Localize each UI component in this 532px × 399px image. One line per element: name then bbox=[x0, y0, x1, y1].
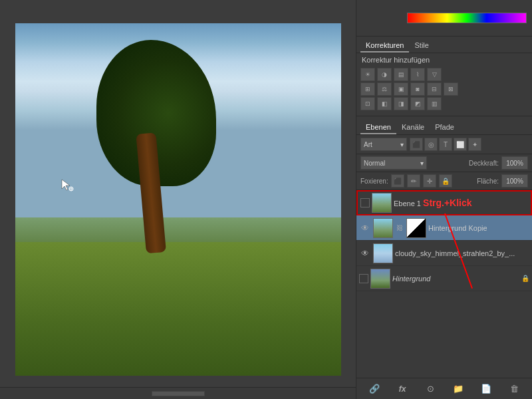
layer-name-hintergrund: Hintergrund bbox=[392, 275, 519, 283]
layer-filter-icons: ⬛ ◎ T ⬜ ✦ bbox=[410, 138, 481, 151]
colorbalance-icon[interactable]: ▣ bbox=[394, 82, 408, 96]
corrections-header: Korrektur hinzufügen bbox=[356, 53, 532, 66]
canvas-scrollbar[interactable] bbox=[0, 387, 356, 399]
layer-link-icon[interactable]: ⛓ bbox=[395, 223, 404, 233]
color-gradient-bar[interactable] bbox=[407, 13, 527, 23]
layer-visibility-ebene1[interactable] bbox=[360, 198, 370, 207]
blend-mode-select[interactable]: Normal ▾ bbox=[360, 156, 427, 170]
gradient-icon[interactable]: ▥ bbox=[427, 97, 442, 110]
horizontal-scrollbar[interactable] bbox=[152, 391, 205, 396]
tab-kanaele[interactable]: Kanäle bbox=[396, 121, 430, 134]
invert-icon[interactable]: ◧ bbox=[377, 97, 392, 110]
layer-name-cloudy: cloudy_sky_himmel_strahlen2_by_... bbox=[395, 249, 529, 257]
opacity-value[interactable]: 100% bbox=[501, 156, 528, 170]
layers-tabs: Ebenen Kanäle Pfade bbox=[356, 119, 532, 135]
layer-visibility-hinterkopie[interactable]: 👁 bbox=[359, 222, 371, 234]
add-mask-button[interactable]: ⊙ bbox=[423, 382, 438, 396]
new-group-button[interactable]: 📁 bbox=[451, 382, 466, 396]
layer-thumb-hinterkopie bbox=[373, 218, 393, 238]
layers-filter-row: Art ▾ ⬛ ◎ T ⬜ ✦ bbox=[356, 135, 532, 154]
fx-button[interactable]: fx bbox=[395, 382, 410, 396]
filter-text-icon[interactable]: T bbox=[439, 138, 452, 151]
hue-icon[interactable]: ⚖ bbox=[377, 82, 392, 96]
focus-move-icon[interactable]: ✛ bbox=[423, 174, 436, 188]
colorlookup-icon[interactable]: ⊡ bbox=[360, 97, 375, 110]
layer-thumb-ebene1 bbox=[372, 193, 392, 213]
corrections-tabs: Korrekturen Stile bbox=[356, 37, 532, 53]
layer-item-ebene1[interactable]: Ebene 1 Strg.+Klick bbox=[356, 190, 532, 215]
filter-pixel-icon[interactable]: ⬛ bbox=[410, 138, 423, 151]
flaeche-label: Fläche: bbox=[477, 178, 499, 185]
thumb-tree-img bbox=[372, 194, 391, 212]
focus-shield-icon[interactable]: 🔒 bbox=[439, 174, 452, 188]
focus-row: Foxieren: ⬛ ✏ ✛ 🔒 Fläche: 100% bbox=[356, 172, 532, 190]
focus-lock-icon[interactable]: ⬛ bbox=[391, 174, 404, 188]
layer-lock-icon: 🔒 bbox=[521, 275, 529, 282]
thumb-hinterkopie-img bbox=[374, 219, 392, 237]
layer-item-hintergrund[interactable]: Hintergrund 🔒 bbox=[356, 266, 532, 291]
layers-bottom-toolbar: 🔗 fx ⊙ 📁 📄 🗑 bbox=[356, 378, 532, 399]
right-panel: Korrekturen Stile Korrektur hinzufügen ☀… bbox=[356, 0, 532, 399]
channelmixer-icon[interactable]: ⊠ bbox=[444, 82, 458, 96]
filter-shape-icon[interactable]: ⬜ bbox=[454, 138, 467, 151]
posterize-icon[interactable]: ◨ bbox=[394, 97, 408, 110]
blend-mode-chevron: ▾ bbox=[420, 160, 424, 167]
vibrance-icon[interactable]: ⊞ bbox=[360, 82, 375, 96]
blackwhite-icon[interactable]: ◙ bbox=[410, 82, 425, 96]
layer-thumb-cloudy bbox=[373, 243, 393, 263]
canvas-area bbox=[0, 0, 356, 399]
focus-brush-icon[interactable]: ✏ bbox=[407, 174, 420, 188]
layer-type-label: Art bbox=[364, 141, 372, 148]
canvas-image bbox=[15, 23, 341, 376]
focus-label: Foxieren: bbox=[360, 178, 388, 185]
photofilter-icon[interactable]: ⊟ bbox=[427, 82, 442, 96]
corrections-icons: ☀ ◑ ▤ ⌇ ▽ ⊞ ⚖ ▣ ◙ ⊟ ⊠ ⊡ ◧ ◨ ◩ ▥ bbox=[356, 66, 532, 113]
layer-visibility-hintergrund[interactable] bbox=[359, 274, 368, 283]
layer-item-cloudy-sky[interactable]: 👁 cloudy_sky_himmel_strahlen2_by_... bbox=[356, 241, 532, 266]
grass-field bbox=[15, 242, 341, 376]
svg-marker-0 bbox=[62, 180, 70, 190]
color-bar-section bbox=[356, 0, 532, 37]
opacity-label: Deckkraft: bbox=[469, 160, 499, 167]
filter-adjust-icon[interactable]: ◎ bbox=[424, 138, 438, 151]
levels-icon[interactable]: ▤ bbox=[394, 68, 408, 81]
layer-name-ebene1: Ebene 1 Strg.+Klick bbox=[394, 198, 528, 208]
layer-type-select[interactable]: Art ▾ bbox=[360, 138, 407, 151]
filter-smart-icon[interactable]: ✦ bbox=[468, 138, 481, 151]
layer-item-hintergrund-kopie[interactable]: 👁 ⛓ Hintergrund Kopie bbox=[356, 215, 532, 241]
link-layers-button[interactable]: 🔗 bbox=[367, 382, 382, 396]
layer-name-hinterkopie: Hintergrund Kopie bbox=[428, 224, 529, 232]
contrast-icon[interactable]: ◑ bbox=[377, 68, 392, 81]
layer-type-chevron: ▾ bbox=[400, 141, 404, 148]
threshold-icon[interactable]: ◩ bbox=[410, 97, 425, 110]
thumb-sky-img bbox=[374, 244, 392, 263]
thumb-hintergrund-img bbox=[371, 269, 390, 288]
layer-list: Ebene 1 Strg.+Klick 👁 ⛓ Hintergrund Kopi… bbox=[356, 190, 532, 378]
layer-thumb-hintergrund bbox=[370, 269, 390, 289]
stg-klick-annotation: Strg.+Klick bbox=[423, 198, 472, 208]
tab-stile[interactable]: Stile bbox=[409, 39, 434, 53]
curves-icon[interactable]: ⌇ bbox=[410, 68, 425, 81]
correction-icons-row-1: ☀ ◑ ▤ ⌇ ▽ bbox=[360, 68, 528, 81]
brightness-icon[interactable]: ☀ bbox=[360, 68, 375, 81]
new-layer-button[interactable]: 📄 bbox=[479, 382, 493, 396]
panel-divider bbox=[356, 116, 532, 116]
tab-pfade[interactable]: Pfade bbox=[430, 121, 460, 134]
layer-mask-thumb-hinterkopie[interactable] bbox=[406, 218, 426, 238]
flaeche-value[interactable]: 100% bbox=[501, 174, 528, 188]
correction-icons-row-2: ⊞ ⚖ ▣ ◙ ⊟ ⊠ bbox=[360, 82, 528, 96]
layer-visibility-cloudy[interactable]: 👁 bbox=[359, 247, 371, 259]
exposure-icon[interactable]: ▽ bbox=[427, 68, 442, 81]
tree-element bbox=[96, 40, 216, 253]
tab-ebenen[interactable]: Ebenen bbox=[360, 121, 396, 134]
blend-opacity-row: Normal ▾ Deckkraft: 100% bbox=[356, 154, 532, 172]
cursor-arrow bbox=[61, 178, 74, 192]
delete-layer-button[interactable]: 🗑 bbox=[507, 382, 521, 396]
blend-mode-value: Normal bbox=[364, 160, 385, 167]
tab-korrekturen[interactable]: Korrekturen bbox=[360, 39, 409, 53]
correction-icons-row-3: ⊡ ◧ ◨ ◩ ▥ bbox=[360, 97, 528, 110]
